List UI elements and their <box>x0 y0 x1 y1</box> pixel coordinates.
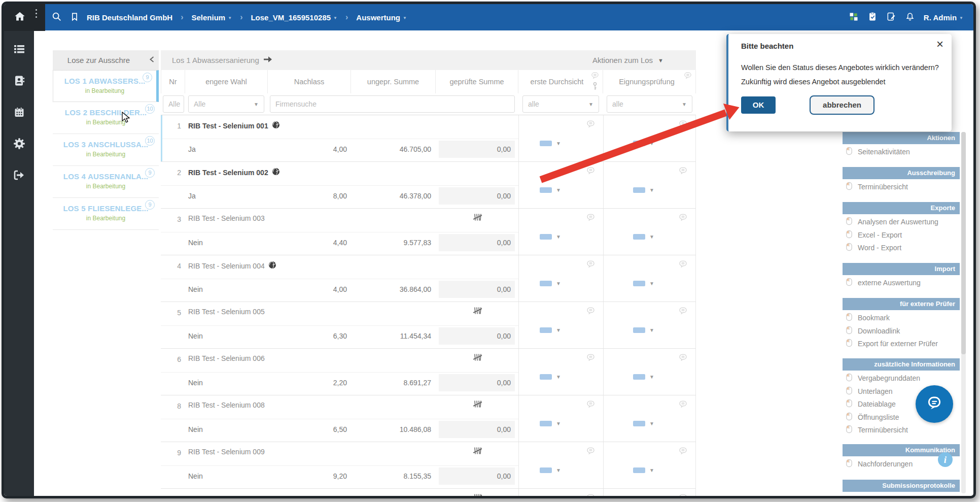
status-dropdown[interactable]: ▼ <box>540 141 561 146</box>
status-dropdown[interactable]: ▼ <box>540 421 561 426</box>
user-menu[interactable]: R. Admin▼ <box>924 13 963 22</box>
table-row[interactable]: 8 RIB Test - Selenium 008 Nein 6,50 10.4… <box>161 395 696 442</box>
column-header-eignungspruefung[interactable]: Eignungsprüfung <box>603 70 696 93</box>
sidebar-action-item[interactable]: Dateiablage <box>846 398 896 410</box>
status-dropdown[interactable]: ▼ <box>540 281 561 286</box>
comment-bubble-icon[interactable] <box>586 120 595 129</box>
sidebar-action-item[interactable]: Downloadlink <box>846 325 900 337</box>
gepr-summe-field[interactable]: 0,00 <box>439 374 515 391</box>
breadcrumb-auswertung[interactable]: Auswertung▼ <box>356 13 407 22</box>
sidebar-action-item[interactable]: Analysen der Auswertung <box>846 216 938 227</box>
column-header-nachlass[interactable]: Nachlass <box>268 70 351 93</box>
breadcrumb-project[interactable]: Selenium▼ <box>192 13 232 22</box>
aktionen-zum-los-dropdown[interactable]: Aktionen zum Los▼ <box>592 56 663 64</box>
status-dropdown[interactable]: ▼ <box>633 374 654 380</box>
kebab-menu-icon[interactable] <box>36 9 38 20</box>
rail-item-contacts[interactable] <box>4 68 34 94</box>
table-row[interactable]: 6 RIB Test - Selenium 006 Nein 2,20 8.69… <box>161 349 696 395</box>
comment-bubble-icon[interactable] <box>679 493 687 498</box>
status-dropdown[interactable]: ▼ <box>540 327 561 333</box>
los-list-item[interactable]: LOS 1 ABWASSERS... in Bearbeitung 9 <box>53 70 159 102</box>
status-dropdown[interactable]: ▼ <box>633 281 654 286</box>
status-dropdown[interactable]: ▼ <box>633 467 654 473</box>
filter-nr-input[interactable]: Alle <box>163 95 184 113</box>
rail-item-list[interactable] <box>4 37 34 63</box>
comment-bubble-icon[interactable] <box>586 260 595 270</box>
filter-eignungspruefung-select[interactable]: alle▼ <box>607 95 692 113</box>
clipboard-check-icon[interactable] <box>867 12 878 23</box>
comment-bubble-icon[interactable] <box>679 307 687 316</box>
table-row[interactable]: 9 RIB Test - Selenium 009 Nein 9,20 8.15… <box>161 442 696 489</box>
comment-bubble-icon[interactable] <box>586 493 595 498</box>
sidebar-action-item[interactable]: Bookmark <box>846 312 890 323</box>
table-row[interactable]: 5 RIB Test - Selenium 005 Nein 6,30 11.4… <box>161 302 696 349</box>
gepr-summe-field[interactable]: 0,00 <box>439 141 515 158</box>
status-dropdown[interactable]: ▼ <box>633 187 654 193</box>
gepr-summe-field[interactable]: 0,00 <box>439 327 515 345</box>
comment-bubble-icon[interactable] <box>679 213 687 223</box>
gepr-summe-field[interactable]: 0,00 <box>439 421 515 438</box>
column-header-ungepr-summe[interactable]: ungepr. Summe <box>351 70 436 93</box>
comment-bubble-icon[interactable] <box>586 166 595 176</box>
comment-bubble-icon[interactable] <box>679 447 687 456</box>
collapse-panel-icon[interactable] <box>145 56 159 64</box>
sidebar-action-item[interactable]: Unterlagen <box>846 386 893 397</box>
comment-bubble-icon[interactable] <box>679 166 687 176</box>
los-list-item[interactable]: LOS 5 FLIESENLEGE... in Bearbeitung 9 <box>53 198 159 230</box>
column-header-gepr-summe[interactable]: geprüfte Summe <box>436 70 518 93</box>
sidebar-action-item[interactable]: Word - Export <box>846 242 901 253</box>
sidebar-action-item[interactable]: Export für externer Prüfer <box>846 338 938 349</box>
sidebar-action-item[interactable]: Excel - Export <box>846 229 902 241</box>
table-row[interactable]: ▼ ▼ <box>161 489 696 498</box>
status-dropdown[interactable]: ▼ <box>633 234 654 240</box>
arrow-right-icon[interactable] <box>263 56 272 64</box>
status-dropdown[interactable]: ▼ <box>633 421 654 426</box>
comment-bubble-icon[interactable] <box>679 260 687 270</box>
filter-erste-durchsicht-select[interactable]: alle▼ <box>522 95 599 113</box>
filter-firmensuche-input[interactable]: Firmensuche <box>270 95 515 113</box>
status-dropdown[interactable]: ▼ <box>540 467 561 473</box>
rail-item-logout[interactable] <box>4 162 34 189</box>
bookmark-icon[interactable] <box>69 12 80 23</box>
app-grid-icon[interactable] <box>849 12 859 23</box>
search-icon[interactable] <box>51 11 62 24</box>
comment-bubble-icon[interactable] <box>679 353 687 363</box>
status-dropdown[interactable]: ▼ <box>540 234 561 240</box>
sidebar-action-item[interactable]: externe Auswertung <box>846 277 921 288</box>
status-dropdown[interactable]: ▼ <box>633 141 654 146</box>
info-icon[interactable]: i <box>938 452 953 467</box>
breadcrumb-lose[interactable]: Lose_VM_1659510285▼ <box>251 13 337 22</box>
comment-bubble-icon[interactable] <box>586 213 595 223</box>
status-dropdown[interactable]: ▼ <box>540 374 561 380</box>
comment-bubble-icon[interactable] <box>586 400 595 410</box>
column-header-erste-durchsicht[interactable]: erste Durchsicht <box>518 70 603 93</box>
close-icon[interactable]: × <box>936 38 943 50</box>
gepr-summe-field[interactable]: 0,00 <box>439 467 515 485</box>
status-dropdown[interactable]: ▼ <box>633 327 654 333</box>
comment-bubble-icon[interactable] <box>586 447 595 456</box>
column-header-engere-wahl[interactable]: engere Wahl <box>185 70 268 93</box>
rail-item-settings[interactable] <box>4 131 34 157</box>
table-row[interactable]: 4 RIB Test - Selenium 004 Nein 4,00 36.8… <box>161 255 696 302</box>
los-list-item[interactable]: LOS 4 AUSSENANLA... in Bearbeitung 9 <box>53 166 159 198</box>
table-row[interactable]: 2 RIB Test - Selenium 002 Ja 8,00 46.378… <box>161 162 696 209</box>
sidebar-action-item[interactable]: Seitenaktivitäten <box>846 146 910 157</box>
bell-icon[interactable] <box>905 12 915 23</box>
table-row[interactable]: 1 RIB Test - Selenium 001 Ja 4,00 46.705… <box>161 115 696 162</box>
comment-bubble-icon[interactable] <box>586 353 595 363</box>
sidebar-action-item[interactable]: Öffnungsliste <box>846 412 899 423</box>
breadcrumb-company[interactable]: RIB Deutschland GmbH <box>87 13 172 22</box>
comment-bubble-icon[interactable] <box>679 120 687 129</box>
sidebar-action-item[interactable]: Terminübersicht <box>846 181 908 192</box>
gepr-summe-field[interactable]: 0,00 <box>439 187 515 205</box>
status-dropdown[interactable]: ▼ <box>540 187 561 193</box>
table-row[interactable]: 3 RIB Test - Selenium 003 Nein 4,40 9.57… <box>161 209 696 255</box>
sidebar-action-item[interactable]: Nachforderungen <box>846 458 913 470</box>
rail-item-calendar[interactable] <box>4 99 34 126</box>
document-edit-icon[interactable] <box>886 12 896 23</box>
comment-bubble-icon[interactable] <box>586 307 595 316</box>
ok-button[interactable]: OK <box>741 96 776 114</box>
gepr-summe-field[interactable]: 0,00 <box>439 281 515 298</box>
los-list-item[interactable]: LOS 2 BESCHILDER... in Bearbeitung 10 <box>53 102 159 134</box>
sidebar-action-item[interactable]: Vergabegrunddaten <box>846 373 920 384</box>
